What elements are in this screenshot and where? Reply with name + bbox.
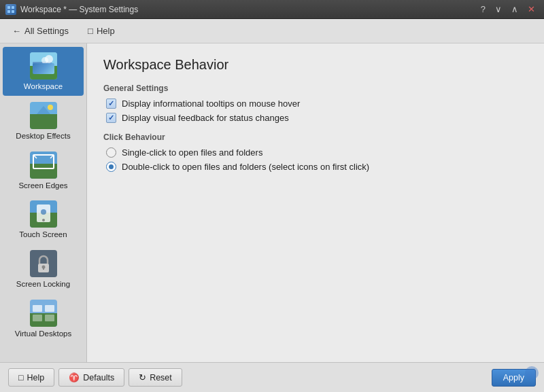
svg-rect-31 xyxy=(33,315,42,321)
reset-btn-label: Reset xyxy=(150,373,172,382)
help-icon: □ xyxy=(88,26,93,36)
svg-rect-2 xyxy=(7,10,10,13)
tooltip-label[interactable]: Display informational tooltips on mouse … xyxy=(122,99,300,109)
svg-point-21 xyxy=(42,219,45,221)
sidebar-item-workspace[interactable]: Workspace xyxy=(3,47,84,96)
apply-area: Apply xyxy=(492,369,536,387)
close-btn[interactable]: ✕ xyxy=(524,3,539,15)
bottom-bar: □ Help ♈ Defaults ↻ Reset Apply xyxy=(0,362,544,392)
apply-btn-label: Apply xyxy=(503,373,524,382)
svg-rect-26 xyxy=(43,267,44,270)
svg-rect-1 xyxy=(12,6,14,9)
content-area: Workspace Desktop Effects xyxy=(0,43,544,362)
help-title-btn[interactable]: ? xyxy=(477,3,489,15)
svg-rect-10 xyxy=(30,114,57,129)
sidebar-item-activities[interactable]: ⋯ Activities xyxy=(3,344,84,362)
all-settings-label: All Settings xyxy=(24,26,69,36)
page-title: Workspace Behavior xyxy=(103,57,528,73)
screen-locking-icon xyxy=(30,250,57,277)
sidebar-screen-edges-label: Screen Edges xyxy=(18,181,67,191)
desktop-effects-icon xyxy=(30,102,57,129)
help-button[interactable]: □ Help xyxy=(8,368,54,387)
general-settings-label: General Settings xyxy=(103,84,528,93)
sidebar: Workspace Desktop Effects xyxy=(0,43,87,362)
back-arrow-icon: ← xyxy=(12,26,21,36)
touch-screen-icon xyxy=(30,200,57,228)
app-icon xyxy=(5,4,16,15)
click-behaviour-label: Click Behaviour xyxy=(103,132,528,142)
help-nav-btn[interactable]: □ Help xyxy=(84,23,119,39)
visual-feedback-checkbox[interactable] xyxy=(106,113,116,123)
sidebar-desktop-effects-label: Desktop Effects xyxy=(16,132,70,141)
svg-rect-29 xyxy=(33,305,42,312)
svg-point-12 xyxy=(48,105,53,110)
reset-btn-icon: ↻ xyxy=(139,372,146,382)
title-bar-left: Workspace * — System Settings xyxy=(5,4,138,15)
double-click-radio-row: Double-click to open files and folders (… xyxy=(103,162,528,172)
tooltip-checkbox-row: Display informational tooltips on mouse … xyxy=(103,99,528,109)
title-bar-controls: ? ∨ ∧ ✕ xyxy=(477,3,539,15)
visual-feedback-label[interactable]: Display visual feedback for status chang… xyxy=(122,113,289,123)
single-click-radio-row: Single-click to open files and folders xyxy=(103,147,528,158)
defaults-btn-icon: ♈ xyxy=(69,372,80,382)
sidebar-item-touch-screen[interactable]: Touch Screen xyxy=(3,195,84,244)
visual-feedback-checkbox-row: Display visual feedback for status chang… xyxy=(103,113,528,123)
sidebar-item-virtual-desktops[interactable]: Virtual Desktops xyxy=(3,294,84,343)
double-click-label[interactable]: Double-click to open files and folders (… xyxy=(122,162,369,172)
svg-rect-3 xyxy=(12,10,14,13)
screen-edges-icon xyxy=(30,152,57,179)
svg-rect-5 xyxy=(30,66,57,79)
minimize-btn[interactable]: ∨ xyxy=(492,3,505,15)
help-nav-label: Help xyxy=(97,26,115,36)
svg-rect-32 xyxy=(45,315,54,321)
sidebar-workspace-label: Workspace xyxy=(24,82,63,92)
sidebar-touch-screen-label: Touch Screen xyxy=(19,230,67,240)
sidebar-item-desktop-effects[interactable]: Desktop Effects xyxy=(3,96,84,145)
main-window: ← All Settings □ Help xyxy=(0,19,544,392)
svg-point-22 xyxy=(41,209,46,215)
activities-icon: ⋯ xyxy=(30,349,57,362)
svg-rect-0 xyxy=(7,6,10,9)
main-panel: Workspace Behavior General Settings Disp… xyxy=(87,43,544,362)
all-settings-btn[interactable]: ← All Settings xyxy=(8,23,73,39)
bottom-left-buttons: □ Help ♈ Defaults ↻ Reset xyxy=(8,368,182,387)
window-title: Workspace * — System Settings xyxy=(20,5,138,14)
tooltip-checkbox[interactable] xyxy=(106,99,116,109)
apply-button[interactable]: Apply xyxy=(492,369,536,387)
sidebar-virtual-desktops-label: Virtual Desktops xyxy=(15,329,72,339)
virtual-desktops-icon xyxy=(30,300,57,327)
svg-rect-30 xyxy=(45,305,54,312)
title-bar: Workspace * — System Settings ? ∨ ∧ ✕ xyxy=(0,0,544,19)
help-btn-label: Help xyxy=(27,373,45,382)
svg-point-8 xyxy=(41,57,48,64)
svg-rect-6 xyxy=(33,62,52,70)
maximize-btn[interactable]: ∧ xyxy=(508,3,522,15)
workspace-icon xyxy=(30,52,57,79)
sidebar-screen-locking-label: Screen Locking xyxy=(16,280,70,289)
reset-button[interactable]: ↻ Reset xyxy=(129,368,182,387)
double-click-radio[interactable] xyxy=(106,162,116,172)
help-btn-icon: □ xyxy=(18,373,24,382)
single-click-radio[interactable] xyxy=(106,147,116,158)
sidebar-item-screen-locking[interactable]: Screen Locking xyxy=(3,245,84,293)
defaults-button[interactable]: ♈ Defaults xyxy=(58,368,124,387)
single-click-label[interactable]: Single-click to open files and folders xyxy=(122,147,262,158)
defaults-btn-label: Defaults xyxy=(83,373,114,382)
nav-bar: ← All Settings □ Help xyxy=(0,19,544,43)
sidebar-item-screen-edges[interactable]: Screen Edges xyxy=(3,146,84,195)
